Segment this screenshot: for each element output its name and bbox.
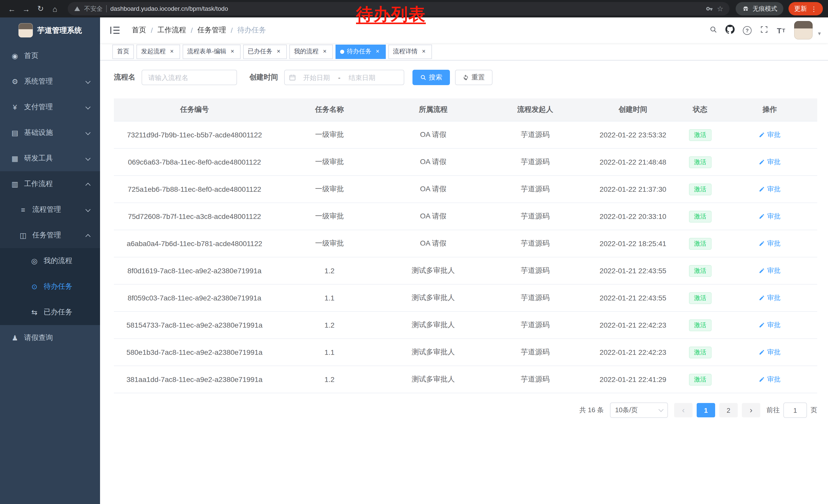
sidebar-item-dev-tools[interactable]: ▦研发工具 [0,146,100,171]
user-avatar[interactable] [794,21,813,40]
bookmark-star-icon[interactable]: ☆ [717,5,723,13]
tab-item[interactable]: 发起流程× [136,44,180,59]
tab-item[interactable]: 流程表单-编辑× [182,44,241,59]
search-button-primary[interactable]: 搜索 [412,70,450,85]
forward-button[interactable]: → [19,2,33,15]
cell-created-time: 2022-01-21 22:42:23 [588,312,678,339]
search-button[interactable] [707,24,720,37]
tab-item[interactable]: 流程详情× [388,44,432,59]
page-size-select[interactable]: 10条/页 [610,403,668,418]
approve-link[interactable]: 审批 [759,320,781,330]
cell-actions: 审批 [722,312,818,339]
sidebar-item-todo-task[interactable]: ⊙待办任务 [0,274,100,300]
chevron-down-icon [85,79,90,84]
sidebar-item-payment-management[interactable]: ¥支付管理 [0,94,100,120]
cell-process: 测试多审批人 [384,312,483,339]
prev-page-button[interactable]: ‹ [674,403,693,417]
logo[interactable]: 芋道管理系统 [0,17,100,43]
approve-link[interactable]: 审批 [759,293,781,303]
cell-task-id: 580e1b3d-7ac8-11ec-a9e2-a2380e71991a [114,339,275,366]
sidebar-item-leave-query[interactable]: ♟请假查询 [0,325,100,351]
table-row: 725a1eb6-7b88-11ec-8ef0-acde48001122一级审批… [114,176,817,203]
approve-link[interactable]: 审批 [759,130,781,139]
fullscreen-icon [760,26,768,35]
sidebar-item-task-management[interactable]: ◫任务管理 [0,223,100,248]
sidebar-item-home[interactable]: ◉首页 [0,43,100,69]
fullscreen-button[interactable] [757,24,771,37]
sidebar-item-label: 请假查询 [24,333,53,342]
status-badge: 激活 [689,292,711,304]
cell-actions: 审批 [722,203,818,230]
page-button-2[interactable]: 2 [719,403,738,417]
total-count-label: 共 16 条 [579,406,604,415]
tab-label: 发起流程 [141,47,166,56]
breadcrumb-item[interactable]: 工作流程 [158,26,186,35]
table-row: 8f059c03-7ac8-11ec-a9e2-a2380e71991a1.1测… [114,284,817,312]
tab-item[interactable]: 我的流程× [289,44,333,59]
cell-task-name: 1.2 [275,312,384,339]
approve-link[interactable]: 审批 [759,157,781,167]
approve-link[interactable]: 审批 [759,185,781,194]
sidebar-item-label: 工作流程 [24,179,53,189]
sidebar-item-label: 首页 [24,51,38,60]
breadcrumb-item[interactable]: 首页 [132,26,146,35]
column-header: 所属流程 [384,98,483,121]
org-icon: ◫ [18,231,28,239]
sidebar-item-process-management[interactable]: ≡流程管理 [0,197,100,223]
close-icon[interactable]: × [229,48,236,55]
address-divider [106,5,107,12]
tab-item[interactable]: 首页 [112,44,134,59]
back-button[interactable]: ← [5,2,18,15]
approve-link[interactable]: 审批 [759,266,781,275]
status-badge: 激活 [689,211,711,222]
cell-created-time: 2022-01-21 22:42:23 [588,339,678,366]
approve-link[interactable]: 审批 [759,212,781,221]
github-button[interactable] [723,24,737,37]
next-page-button[interactable]: › [742,403,760,417]
page-button-1[interactable]: 1 [697,403,715,417]
search-button-label: 搜索 [429,73,442,82]
reload-button[interactable]: ↻ [34,2,47,15]
calendar-icon [289,74,296,81]
sidebar-item-workflow[interactable]: ▥工作流程 [0,171,100,197]
sidebar-item-infrastructure[interactable]: ▤基础设施 [0,120,100,146]
reset-button[interactable]: 重置 [455,70,493,85]
sidebar-item-label: 已办任务 [44,308,72,317]
end-date-input[interactable] [342,73,381,82]
date-range-picker[interactable]: - [284,70,404,85]
close-icon[interactable]: × [321,48,328,55]
screen: ← → ↻ ⌂ 不安全 dashboard.yudao.iocoder.cn/b… [0,0,828,504]
close-icon[interactable]: × [374,48,381,55]
approve-link[interactable]: 审批 [759,375,781,384]
tab-label: 待办任务 [347,47,371,56]
chevron-down-icon [85,155,90,161]
sidebar-item-system-management[interactable]: ⚙系统管理 [0,69,100,94]
close-icon[interactable]: × [168,48,175,55]
password-key-icon[interactable] [706,5,713,12]
update-button[interactable]: 更新 ⋮ [788,2,823,15]
approve-link[interactable]: 审批 [759,239,781,248]
process-name-input[interactable] [141,70,237,85]
column-header: 状态 [678,98,722,121]
cell-actions: 审批 [722,148,818,176]
caret-down-icon[interactable]: ▾ [818,30,821,37]
tab-label: 我的流程 [294,47,319,56]
approve-link[interactable]: 审批 [759,348,781,357]
warning-icon [74,6,81,12]
tab-item[interactable]: 已办任务× [243,44,287,59]
tab-item[interactable]: 待办任务× [335,44,386,59]
sidebar-item-my-process[interactable]: ◎我的流程 [0,248,100,274]
help-button[interactable]: ? [741,24,754,37]
breadcrumb-item[interactable]: 任务管理 [198,26,226,35]
home-button[interactable]: ⌂ [48,2,61,15]
goto-page-input[interactable] [783,403,807,418]
navbar: 首页/工作流程/任务管理/待办任务 ? [100,17,828,43]
close-icon[interactable]: × [275,48,282,55]
start-date-input[interactable] [297,73,336,82]
reset-button-label: 重置 [471,73,485,82]
sidebar-toggle-button[interactable] [110,27,120,34]
font-size-button[interactable]: TT [774,24,788,37]
url-text: dashboard.yudao.iocoder.cn/bpm/task/todo [110,5,228,12]
close-icon[interactable]: × [420,48,427,55]
sidebar-item-done-task[interactable]: ⇆已办任务 [0,300,100,325]
